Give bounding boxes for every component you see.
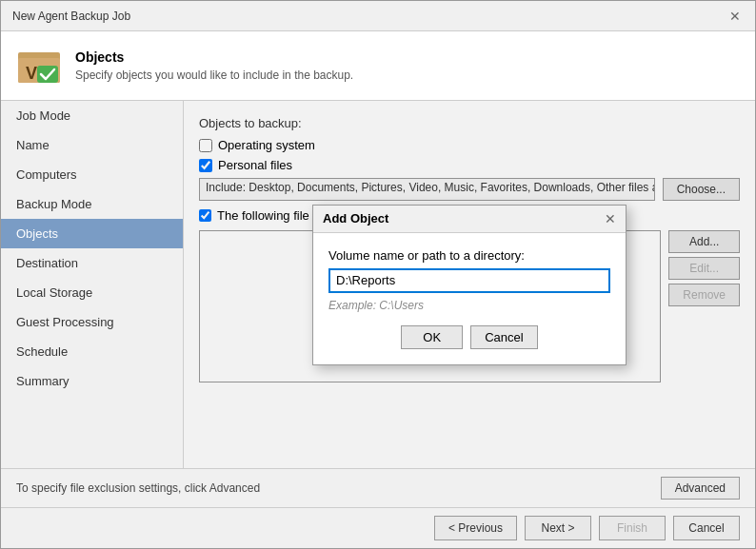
header-subtitle: Specify objects you would like to includ… xyxy=(75,69,353,82)
dialog-overlay: Add Object ✕ Volume name or path to a di… xyxy=(184,101,755,468)
sidebar-item-job-mode[interactable]: Job Mode xyxy=(1,101,183,130)
main-content-area: Objects to backup: Operating system Pers… xyxy=(184,101,755,468)
veeam-icon-svg: V xyxy=(16,43,62,88)
header-title: Objects xyxy=(75,49,353,65)
next-button[interactable]: Next > xyxy=(525,516,591,540)
title-bar: New Agent Backup Job ✕ xyxy=(1,1,755,31)
sidebar-item-computers[interactable]: Computers xyxy=(1,160,183,189)
add-object-dialog: Add Object ✕ Volume name or path to a di… xyxy=(312,205,627,365)
dialog-cancel-button[interactable]: Cancel xyxy=(470,325,537,349)
dialog-example-text: Example: C:\Users xyxy=(328,299,610,312)
dialog-path-input[interactable] xyxy=(328,268,610,293)
sidebar: Job Mode Name Computers Backup Mode Obje… xyxy=(1,101,184,468)
header-section: V Objects Specify objects you would like… xyxy=(1,31,755,101)
dialog-close-button[interactable]: ✕ xyxy=(605,211,616,226)
dialog-body: Volume name or path to a directory: Exam… xyxy=(313,233,626,364)
sidebar-item-name[interactable]: Name xyxy=(1,130,183,160)
dialog-title-bar: Add Object ✕ xyxy=(313,206,626,233)
sidebar-item-summary[interactable]: Summary xyxy=(1,366,183,396)
window-title: New Agent Backup Job xyxy=(12,10,130,23)
sidebar-item-objects[interactable]: Objects xyxy=(1,219,183,248)
dialog-ok-button[interactable]: OK xyxy=(401,325,463,349)
header-text: Objects Specify objects you would like t… xyxy=(75,49,353,82)
dialog-title: Add Object xyxy=(323,211,388,225)
advanced-button[interactable]: Advanced xyxy=(661,477,740,500)
main-window: New Agent Backup Job ✕ V Objects Specify… xyxy=(0,0,756,549)
content-area: Job Mode Name Computers Backup Mode Obje… xyxy=(1,101,755,468)
previous-button[interactable]: < Previous xyxy=(434,516,517,540)
sidebar-item-destination[interactable]: Destination xyxy=(1,248,183,278)
sidebar-item-local-storage[interactable]: Local Storage xyxy=(1,278,183,307)
bottom-hint-text: To specify file exclusion settings, clic… xyxy=(16,481,260,495)
footer: < Previous Next > Finish Cancel xyxy=(1,507,755,548)
sidebar-item-schedule[interactable]: Schedule xyxy=(1,337,183,366)
sidebar-item-backup-mode[interactable]: Backup Mode xyxy=(1,189,183,219)
finish-button[interactable]: Finish xyxy=(599,516,666,540)
window-close-button[interactable]: ✕ xyxy=(726,8,744,25)
dialog-field-label: Volume name or path to a directory: xyxy=(328,248,610,263)
cancel-button[interactable]: Cancel xyxy=(673,516,740,540)
bottom-bar: To specify file exclusion settings, clic… xyxy=(1,468,755,507)
svg-text:V: V xyxy=(26,64,37,83)
header-icon: V xyxy=(16,43,62,88)
dialog-buttons: OK Cancel xyxy=(328,325,610,349)
sidebar-item-guest-processing[interactable]: Guest Processing xyxy=(1,307,183,337)
